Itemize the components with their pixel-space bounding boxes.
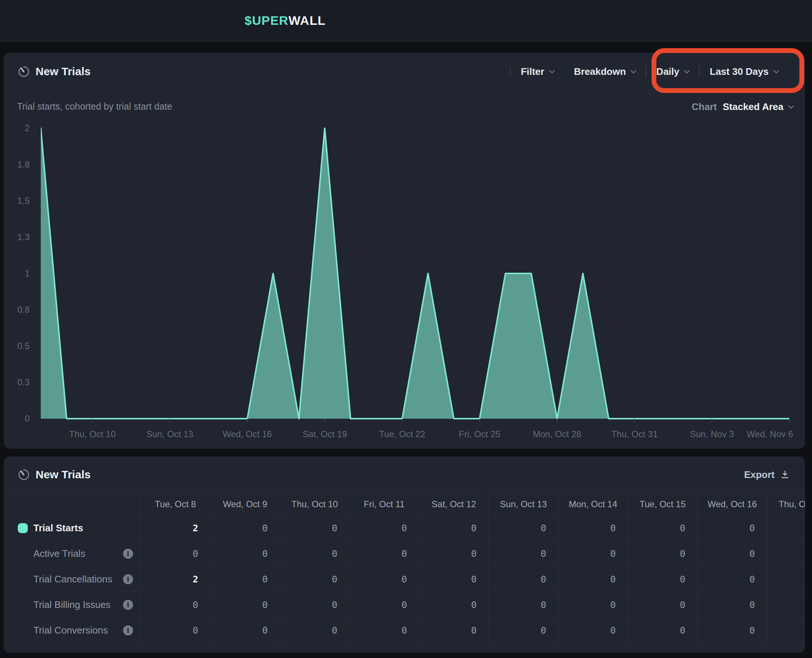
row-label: Trial Billing Issues xyxy=(33,599,111,611)
row-label-cell: Trial Conversionsi xyxy=(4,617,141,643)
table-cell xyxy=(767,541,805,566)
cell-value: 0 xyxy=(471,523,477,534)
cell-value: 0 xyxy=(680,523,685,534)
logo-white-part: WALL xyxy=(288,13,325,28)
cell-value: 0 xyxy=(749,625,755,636)
row-label: Trial Starts xyxy=(33,522,83,534)
cell-value: 0 xyxy=(541,625,546,636)
table-cell: 0 xyxy=(419,567,489,592)
row-label: Trial Conversions xyxy=(33,625,108,636)
row-label-cell: Trial Starts xyxy=(4,515,141,540)
timer-icon xyxy=(17,65,30,78)
x-axis-tick xyxy=(324,419,325,422)
cell-value: 0 xyxy=(680,625,685,636)
table-cell: 0 xyxy=(698,567,767,592)
table-cell: 0 xyxy=(210,567,280,592)
chevron-down-icon xyxy=(788,103,794,109)
row-label: Trial Cancellations xyxy=(33,573,112,585)
y-axis-label: 1.5 xyxy=(4,195,30,206)
cell-value: 0 xyxy=(401,523,407,534)
date-range-label: Last 30 Days xyxy=(710,66,769,77)
x-axis-label: Sun, Oct 13 xyxy=(146,429,193,439)
table-cell: 0 xyxy=(350,567,419,592)
cell-value: 0 xyxy=(401,548,407,559)
cell-value: 0 xyxy=(401,600,407,610)
table-cell: 0 xyxy=(558,592,628,617)
chevron-down-icon xyxy=(773,67,779,74)
cell-value: 2 xyxy=(193,574,198,584)
column-header: Mon, Oct 14 xyxy=(558,493,628,515)
chart-type-dropdown[interactable]: Chart Stacked Area xyxy=(691,101,793,113)
cell-value: 0 xyxy=(471,600,477,610)
table-row: Trial Cancellationsi200000000 xyxy=(4,567,805,592)
table-cell: 0 xyxy=(489,567,558,592)
info-icon[interactable]: i xyxy=(123,600,133,610)
table-cell: 2 xyxy=(141,567,210,592)
row-label: Active Trials xyxy=(33,548,85,559)
cell-value: 0 xyxy=(680,548,685,559)
x-axis-label: Wed, Nov 6 xyxy=(747,429,793,439)
cell-value: 0 xyxy=(471,548,477,559)
table-cell: 0 xyxy=(210,617,280,643)
table-cell: 0 xyxy=(698,592,767,617)
y-axis-label: 1.3 xyxy=(4,232,30,243)
info-icon[interactable]: i xyxy=(123,574,133,584)
interval-dropdown[interactable]: Daily xyxy=(646,66,699,77)
cell-value: 0 xyxy=(193,600,198,610)
x-axis-tick xyxy=(556,419,557,422)
table-cell: 0 xyxy=(628,592,698,617)
y-axis-label: 1.8 xyxy=(4,159,30,170)
breakdown-dropdown[interactable]: Breakdown xyxy=(564,66,646,77)
new-trials-chart-card: New Trials Filter Breakdown Daily Last 3… xyxy=(4,53,805,449)
x-axis-label: Wed, Oct 16 xyxy=(223,429,272,439)
column-header: Sun, Oct 13 xyxy=(489,493,558,515)
chart-type-value: Stacked Area xyxy=(723,101,784,113)
table-cell: 0 xyxy=(419,617,489,643)
info-icon[interactable]: i xyxy=(123,625,133,635)
table-cell: 0 xyxy=(419,541,489,566)
cell-value: 0 xyxy=(332,600,337,610)
row-label-cell: Trial Billing Issuesi xyxy=(4,592,141,617)
x-axis-tick xyxy=(402,419,403,422)
y-axis-label: 0.5 xyxy=(4,340,30,352)
top-header-band: $UPER WALL xyxy=(0,0,812,41)
table-corner-cell xyxy=(4,493,141,515)
superwall-logo[interactable]: $UPER WALL xyxy=(245,13,326,28)
table-cell: 0 xyxy=(628,515,698,540)
table-cell: 0 xyxy=(210,592,280,617)
cell-value: 0 xyxy=(610,574,616,584)
table-cell: 0 xyxy=(698,541,767,566)
cell-value: 0 xyxy=(541,600,546,610)
table-cell: 0 xyxy=(350,617,419,643)
cell-value: 2 xyxy=(193,523,198,534)
cell-value: 0 xyxy=(193,625,198,636)
table-cell: 0 xyxy=(419,592,489,617)
table-row: Active Trialsi000000000 xyxy=(4,541,805,567)
chart-type-label: Chart xyxy=(691,101,717,113)
table-cell: 0 xyxy=(698,617,767,643)
y-axis-label: 2 xyxy=(4,123,30,134)
y-axis-label: 1 xyxy=(4,268,30,279)
info-icon[interactable]: i xyxy=(123,549,133,559)
x-axis-tick xyxy=(634,419,635,422)
cell-value: 0 xyxy=(471,574,477,584)
cell-value: 0 xyxy=(262,548,268,559)
download-icon xyxy=(780,469,790,480)
table-cell: 0 xyxy=(628,617,698,643)
stacked-area-plot[interactable] xyxy=(41,126,789,422)
cell-value: 0 xyxy=(332,574,337,584)
filter-label: Filter xyxy=(521,66,544,77)
cell-value: 0 xyxy=(541,523,546,534)
logo-teal-part: $UPER xyxy=(245,13,288,28)
x-axis-tick xyxy=(92,419,92,422)
x-axis-label: Thu, Oct 10 xyxy=(69,429,116,439)
table-cell: 0 xyxy=(141,617,210,643)
x-axis-tick xyxy=(247,419,248,422)
export-button[interactable]: Export xyxy=(744,469,805,481)
x-axis-label: Mon, Oct 28 xyxy=(533,429,582,439)
y-axis-label: 0 xyxy=(4,413,30,424)
date-range-dropdown[interactable]: Last 30 Days xyxy=(700,66,788,77)
filter-dropdown[interactable]: Filter xyxy=(511,66,564,77)
cell-value: 0 xyxy=(193,548,198,559)
table-cell: 0 xyxy=(141,541,210,566)
